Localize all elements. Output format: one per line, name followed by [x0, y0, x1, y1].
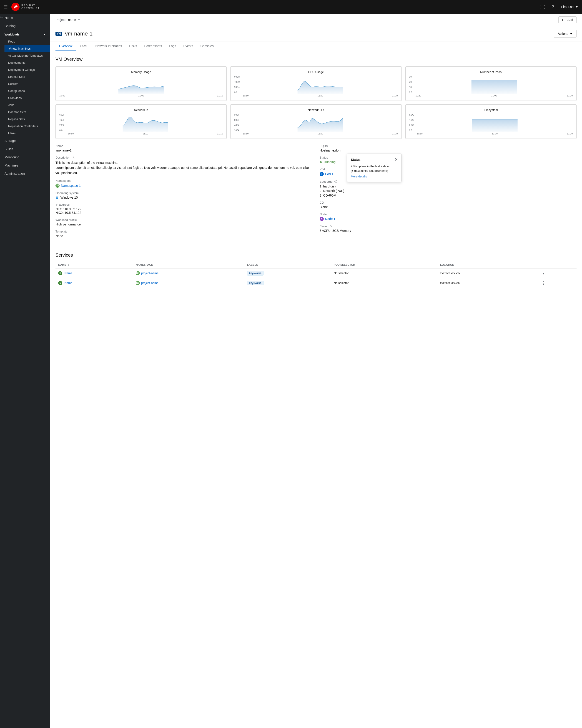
services-table-body: S Name NS project-name key=value	[55, 268, 577, 288]
project-chevron-icon: ▼	[78, 19, 80, 21]
sidebar-item-storage[interactable]: Storage	[0, 137, 50, 145]
chart-network-in-y-labels: 600k 400k 200k 0.0	[59, 113, 67, 132]
chart-network-out-y-labels: 800k 600k 400k 200k	[234, 113, 242, 132]
chart-pods-svg	[416, 76, 573, 94]
vm-header: VM vm-name-1 Actions ▼	[50, 26, 582, 42]
svg-rect-2	[472, 119, 518, 132]
tab-disks[interactable]: Disks	[126, 42, 140, 51]
sidebar-item-secrets[interactable]: Secrets	[4, 80, 50, 87]
info-cd-label: CD	[320, 201, 577, 204]
chevron-down-icon: ▼	[43, 33, 46, 36]
service-row-1-name: S Name	[55, 268, 133, 278]
pod-link[interactable]: P Pod 1	[320, 172, 334, 176]
sidebar-item-label: Storage	[4, 139, 16, 142]
tab-yaml[interactable]: YAML	[76, 42, 92, 51]
vm-name-title: vm-name-1	[65, 30, 92, 37]
tab-events[interactable]: Events	[180, 42, 197, 51]
sidebar-item-deployment-configs[interactable]: Deployment Configs	[4, 66, 50, 73]
add-button[interactable]: + + Add	[558, 17, 577, 23]
services-table-header: NAME ↕ NAMESPACE LABELS POD SELECTOR	[55, 261, 577, 268]
info-ip-nic1: NIC1: 10.9.62.122	[55, 207, 312, 211]
node-link[interactable]: N Node 1	[320, 217, 335, 221]
boot-order-item-1: 1. hard disk	[320, 184, 577, 188]
sidebar-item-label: Config Maps	[8, 89, 25, 93]
chart-memory-title: Memory Usage	[59, 70, 223, 74]
plus-icon: +	[562, 18, 563, 22]
boot-order-item-3: 3. CD-ROM	[320, 193, 577, 197]
sidebar-item-config-maps[interactable]: Config Maps	[4, 87, 50, 95]
col-header-name: NAME ↕	[55, 261, 133, 268]
vm-title: VM vm-name-1	[55, 30, 92, 37]
service-1-namespace[interactable]: NS project-name	[136, 271, 159, 275]
tab-overview[interactable]: Overview	[55, 42, 76, 51]
sidebar-item-monitoring[interactable]: Monitoring	[0, 153, 50, 161]
tab-consoles[interactable]: Consoles	[197, 42, 217, 51]
tab-network-interfaces[interactable]: Network Interfaces	[92, 42, 126, 51]
status-popup-more-details-link[interactable]: More details	[351, 175, 398, 178]
sidebar-item-catalog[interactable]: Catalog	[0, 22, 50, 30]
sidebar-item-deployments[interactable]: Deployments	[4, 59, 50, 66]
project-label: Project:	[55, 18, 66, 22]
sidebar-item-administration[interactable]: Administration	[0, 170, 50, 178]
service-row-2-location: xxx.xxx.xxx.xxx	[437, 278, 539, 288]
sidebar-item-cron-jobs[interactable]: Cron Jobs	[4, 95, 50, 101]
status-popup-title: Status	[351, 158, 361, 161]
info-os-value: ⊞ Windows 10	[55, 196, 312, 199]
service-1-name-link[interactable]: Name	[64, 271, 73, 275]
sidebar-item-replica-sets[interactable]: Replica Sets	[4, 115, 50, 123]
service-2-namespace[interactable]: NS project-name	[136, 281, 159, 285]
sidebar-item-replication-controllers[interactable]: Replication Controllers	[4, 123, 50, 130]
info-namespace: Namespace NS Namespace-1	[55, 179, 312, 188]
sidebar-item-pods[interactable]: Pods	[4, 38, 50, 45]
service-1-namespace-icon: NS	[136, 271, 140, 275]
tab-screenshots[interactable]: Screanshots	[140, 42, 166, 51]
description-edit-icon[interactable]: ✎	[73, 156, 75, 159]
actions-chevron-icon: ▼	[570, 32, 573, 35]
sidebar-item-machines[interactable]: Machines	[0, 161, 50, 170]
info-fqdn-label: FQDN	[320, 144, 577, 148]
grid-icon[interactable]: ⋮⋮⋮	[534, 4, 546, 9]
info-flavor: Flavor ✎ 3 vCPU, 8GB Memory	[320, 225, 577, 233]
info-cd-value: Blank	[320, 205, 577, 209]
service-2-name-link[interactable]: Name	[64, 281, 73, 284]
info-os-label: Operating system	[55, 191, 312, 195]
sidebar-item-workloads[interactable]: Workloads ▼	[0, 30, 50, 38]
user-menu[interactable]: First Last ▼	[561, 5, 578, 9]
user-name: First Last	[561, 5, 575, 9]
sidebar-item-virtual-machines[interactable]: Virtual Machines	[4, 45, 50, 52]
sidebar-item-builds[interactable]: Builds	[0, 145, 50, 153]
info-name-label: Name	[55, 144, 312, 148]
vm-info-right: FQDN Hostname.dom Status ↻ Running	[320, 144, 577, 241]
service-1-kebab-button[interactable]: ⋮	[542, 271, 546, 276]
service-row-1-labels: key=value	[244, 268, 331, 278]
sidebar-item-daemon-sets[interactable]: Daemon Sets	[4, 108, 50, 115]
status-popup-uptime: 97% uptime in the last 7 days	[351, 164, 398, 168]
sidebar-item-hpas[interactable]: HPAs	[4, 130, 50, 137]
sidebar-item-vm-templates[interactable]: Virtual Machine Templates	[4, 52, 50, 59]
actions-button[interactable]: Actions ▼	[554, 30, 577, 37]
sidebar-item-stateful-sets[interactable]: Stateful Sets	[4, 73, 50, 80]
app-layout: Home Catalog Workloads ▼ Pods Virtual Ma…	[0, 14, 582, 728]
node-badge-icon: N	[320, 217, 324, 221]
info-node-value: N Node 1	[320, 217, 577, 221]
info-boot-order: Boot order ⓘ 1. hard disk 2. Network (PX…	[320, 180, 577, 197]
service-1-label-badge: key=value	[247, 271, 264, 276]
namespace-link[interactable]: NS Namespace-1	[55, 184, 81, 188]
project-selector[interactable]: Project: name ▼	[55, 18, 80, 22]
service-2-kebab-button[interactable]: ⋮	[542, 281, 546, 286]
info-workload: Workload profile High performance	[55, 218, 312, 226]
flavor-edit-icon[interactable]: ✎	[330, 225, 332, 228]
service-row-2-labels: key=value	[244, 278, 331, 288]
hamburger-icon[interactable]: ☰	[4, 4, 8, 9]
tab-logs[interactable]: Logs	[166, 42, 179, 51]
sidebar-item-jobs[interactable]: Jobs	[4, 101, 50, 108]
charts-grid: Memory Usage 2.0G 1.0G 0.0	[55, 67, 577, 139]
sidebar-item-label: Administration	[4, 172, 25, 175]
info-boot-order-list: 1. hard disk 2. Network (PXE) 3. CD-ROM	[320, 184, 577, 197]
sidebar-item-home[interactable]: Home	[0, 14, 50, 22]
chart-cpu-y-labels: 600m 400m 200m 0.0	[234, 76, 242, 94]
status-popup-close-button[interactable]: ✕	[395, 157, 398, 162]
help-icon[interactable]: ?	[552, 4, 554, 9]
sort-icon[interactable]: ↕	[68, 264, 69, 266]
info-template: Template None	[55, 230, 312, 238]
